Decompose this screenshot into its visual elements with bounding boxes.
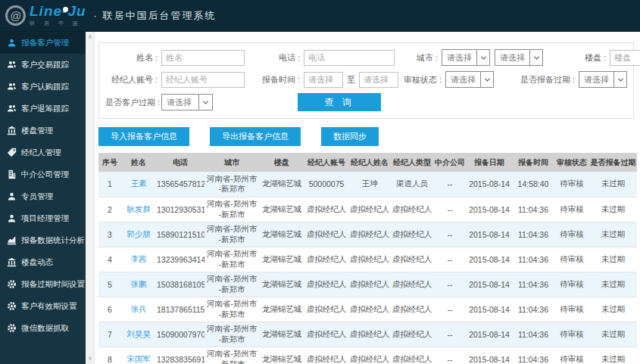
table-cell: 2015-08-14 — [467, 272, 512, 297]
report-expired-label: 是否报备过期 : — [512, 74, 579, 86]
toolbar: 导入报备客户信息 导出报备客户信息 数据同步 — [98, 127, 634, 146]
logo-brand-text: Line-Ju — [30, 4, 86, 18]
table-row: 3郭少朋15890121510河南省-郑州市 -新郑市龙湖锦艺城虚拟经纪人虚拟经… — [98, 222, 637, 247]
table-cell: 虚拟经纪人 — [348, 322, 391, 347]
table-cell: 13283835691 — [156, 347, 204, 364]
customer-name-link[interactable]: 王素 — [131, 179, 147, 188]
table-cell: 2015-08-14 — [467, 247, 512, 272]
sidebar-item-6[interactable]: 中介公司管理 — [0, 163, 86, 185]
table-cell: 6 — [98, 297, 121, 322]
column-header: 经纪人类型 — [391, 153, 433, 172]
table-cell: 河南省-郑州市 -新郑市 — [204, 197, 259, 222]
customer-expired-value: 请选择 — [162, 97, 198, 108]
table-cell: 虚拟经纪人 — [391, 347, 433, 364]
bank-icon — [7, 126, 18, 135]
customer-name-link[interactable]: 李茜 — [131, 254, 147, 263]
sidebar-item-8[interactable]: 项目经理管理 — [0, 207, 86, 229]
city-province-select[interactable]: 请选择 — [442, 49, 490, 66]
table-row: 4李茜13239963414河南省-郑州市 -新郑市龙湖锦艺城虚拟经纪人虚拟经纪… — [98, 247, 637, 272]
customer-name-cell: 张兵 — [121, 297, 156, 322]
sidebar-item-13[interactable]: 微信数据抓取 — [0, 317, 86, 339]
table-cell: 虚拟经纪人 — [391, 297, 433, 322]
customer-name-link[interactable]: 刘昊昊 — [126, 329, 151, 338]
table-cell: 未过期 — [589, 297, 637, 322]
users-icon — [7, 82, 18, 92]
table-cell: 11:04:36 — [512, 297, 554, 322]
agent-account-input[interactable] — [161, 72, 245, 88]
sidebar-item-0[interactable]: 报备客户管理 — [0, 32, 86, 54]
report-time-from-input[interactable] — [304, 72, 343, 88]
chevron-down-icon — [476, 50, 489, 65]
table-cell: 2015-08-14 — [467, 322, 512, 347]
sidebar-item-2[interactable]: 客户认购跟踪 — [0, 76, 86, 98]
customer-name-link[interactable]: 张鹏 — [131, 279, 147, 288]
building-icon — [7, 170, 18, 179]
user-icon — [7, 213, 18, 223]
audit-status-select[interactable]: 请选择 — [445, 71, 494, 88]
table-cell: 待审核 — [554, 272, 589, 297]
query-button[interactable]: 查 询 — [298, 93, 381, 111]
table-cell: 虚拟经纪人 — [304, 322, 348, 347]
table-row: 8宋国军13283835691河南省-郑州市 -新郑市龙湖锦艺城虚拟经纪人虚拟经… — [98, 347, 637, 364]
export-report-customers-button[interactable]: 导出报备客户信息 — [210, 127, 301, 146]
name-input[interactable] — [161, 50, 245, 66]
table-cell: 龙湖锦艺城 — [259, 222, 304, 247]
customer-name-link[interactable]: 张兵 — [131, 304, 147, 313]
table-cell: 5 — [98, 272, 121, 297]
sidebar-scrollbar[interactable]: ∧ ∨ — [86, 32, 95, 364]
column-header: 经纪人账号 — [304, 153, 348, 172]
user-icon — [7, 38, 18, 48]
table-cell: 龙湖锦艺城 — [259, 347, 304, 364]
table-cell: 4 — [98, 247, 121, 272]
table-cell: 虚拟经纪人 — [391, 322, 433, 347]
sidebar-item-9[interactable]: 报备数据统计分析 — [0, 229, 86, 251]
table-cell: 未过期 — [589, 197, 637, 222]
data-sync-button[interactable]: 数据同步 — [321, 127, 379, 146]
customer-name-link[interactable]: 耿发群 — [126, 204, 151, 213]
customer-expired-select[interactable]: 请选择 — [161, 94, 213, 110]
report-time-to-input[interactable] — [359, 72, 398, 88]
table-cell: 8 — [98, 347, 121, 364]
table-cell: 11:04:36 — [512, 272, 554, 297]
sidebar-item-1[interactable]: 客户交易跟踪 — [0, 54, 86, 76]
table-cell: -- — [433, 172, 467, 197]
phone-input[interactable] — [304, 50, 395, 66]
table-row: 7刘昊昊15090007970河南省-郑州市 -新郑市龙湖锦艺城虚拟经纪人虚拟经… — [98, 322, 637, 347]
sidebar-item-5[interactable]: 经纪人管理 — [0, 142, 86, 163]
table-cell: 虚拟经纪人 — [304, 272, 348, 297]
table-cell: 7 — [98, 322, 121, 347]
customer-name-cell: 王素 — [121, 172, 156, 197]
sidebar-item-label: 客户退筹跟踪 — [21, 104, 69, 114]
chevron-up-icon[interactable]: ∧ — [86, 33, 95, 41]
customer-name-link[interactable]: 郭少朋 — [126, 229, 151, 238]
logo-brand-box: Line-Ju 联 居 中 国 — [30, 4, 86, 27]
table-cell: -- — [433, 222, 467, 247]
sidebar-item-label: 微信数据抓取 — [21, 323, 69, 334]
column-header: 经纪人姓名 — [348, 153, 391, 172]
customer-name-link[interactable]: 宋国军 — [126, 354, 151, 363]
chevron-down-icon[interactable]: ∨ — [86, 355, 95, 362]
import-report-customers-button[interactable]: 导入报备客户信息 — [98, 127, 189, 146]
report-expired-select[interactable]: 请选择 — [579, 71, 627, 88]
sidebar-item-label: 报备客户管理 — [21, 38, 69, 48]
city-city-select[interactable]: 请选择 — [495, 49, 543, 66]
sidebar-item-3[interactable]: 客户退筹跟踪 — [0, 98, 86, 120]
table-cell: 河南省-郑州市 -新郑市 — [204, 172, 259, 197]
table-cell: 未过期 — [589, 347, 637, 364]
phone-label: 电话 : — [245, 52, 304, 64]
chevron-down-icon — [198, 95, 212, 110]
sidebar-item-7[interactable]: 专员管理 — [0, 185, 86, 207]
sidebar-item-12[interactable]: 客户有效期设置 — [0, 295, 86, 317]
sidebar-item-label: 报备数据统计分析 — [21, 235, 85, 246]
table-cell: 未过期 — [589, 222, 637, 247]
table-row: 5张鹏15038168105河南省-郑州市 -新郑市龙湖锦艺城虚拟经纪人虚拟经纪… — [98, 272, 637, 297]
building-input[interactable] — [610, 50, 640, 66]
sidebar-item-10[interactable]: 楼盘动态 — [0, 251, 86, 273]
table-cell: 15090007970 — [156, 322, 204, 347]
sidebar-item-4[interactable]: 楼盘管理 — [0, 120, 86, 142]
sidebar-item-11[interactable]: 报备过期时间设置 — [0, 273, 86, 295]
chevron-down-icon — [529, 50, 542, 65]
table-cell: 未过期 — [589, 172, 637, 197]
customer-expired-label: 是否客户过期 : — [105, 97, 161, 108]
table-cell: 未过期 — [589, 247, 637, 272]
